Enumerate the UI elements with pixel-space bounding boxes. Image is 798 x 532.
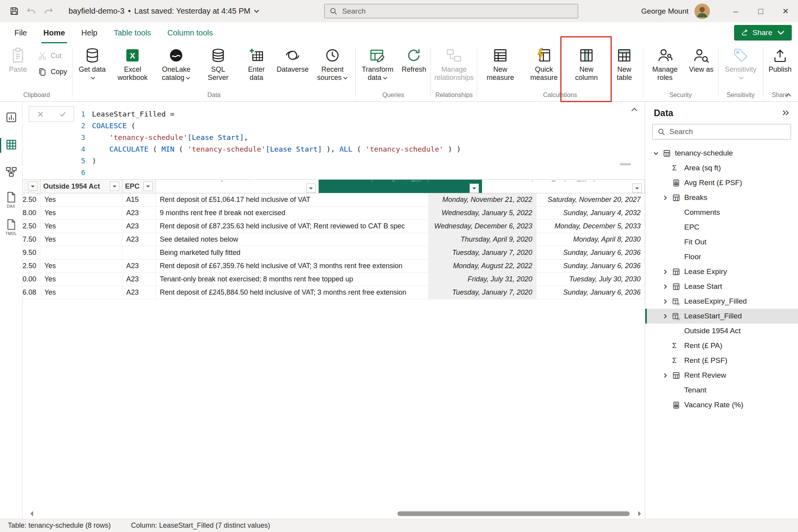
excel-workbook-button[interactable]: XExcel workbook [111, 44, 154, 82]
fields-search-input[interactable] [669, 127, 786, 136]
table-cell[interactable]: A23 [122, 220, 156, 233]
manage-roles-button[interactable]: Manage roles [644, 44, 686, 82]
field-item-rent-pa[interactable]: ΣRent (£ PA) [645, 338, 798, 353]
fields-search[interactable] [652, 124, 791, 140]
table-cell[interactable]: 2.50 [23, 260, 41, 272]
column-header-leasestart-filled[interactable]: LeaseStart_Filled [319, 180, 482, 193]
table-cell[interactable]: 7.50 [23, 233, 41, 246]
field-item-avg-rent-psf[interactable]: Avg Rent (£ PSF) [645, 175, 798, 190]
field-item-comments[interactable]: Comments [645, 205, 798, 220]
sql-server-button[interactable]: SQL Server [198, 44, 238, 82]
commit-formula-button[interactable] [51, 106, 74, 122]
table-cell[interactable]: 2.50 [23, 220, 41, 233]
avatar[interactable] [694, 4, 710, 19]
table-cell[interactable]: Sunday, January 4, 2032 [537, 207, 645, 219]
table-cell[interactable] [122, 246, 156, 259]
save-button[interactable] [5, 3, 23, 20]
table-cell[interactable]: Yes [41, 207, 122, 219]
table-cell[interactable]: 0.00 [23, 273, 41, 286]
refresh-button[interactable]: Refresh [398, 44, 429, 74]
filter-icon[interactable] [470, 184, 479, 193]
dax-formula-editor[interactable]: 1LeaseStart_Filled = 2COALESCE (3 'tenan… [81, 108, 618, 178]
table-cell[interactable]: 2.50 [23, 193, 41, 206]
tab-home[interactable]: Home [35, 22, 73, 43]
field-item-floor[interactable]: Floor [645, 249, 798, 264]
chevron-right-icon[interactable] [662, 373, 672, 378]
get-data-button[interactable]: Get data [74, 44, 111, 82]
table-cell[interactable]: Rent deposit of £87,235.63 held inclusiv… [156, 220, 429, 233]
filter-icon[interactable] [110, 182, 119, 191]
onelake-catalog-button[interactable]: OneLake catalog [154, 44, 198, 82]
column-header-comments[interactable]: Comments [156, 180, 319, 193]
quick-measure-button[interactable]: Quick measure [522, 44, 566, 82]
table-cell[interactable]: Yes [41, 193, 122, 206]
filter-icon[interactable] [306, 184, 316, 193]
table-cell[interactable]: Tuesday, January 7, 2020 [429, 286, 537, 299]
scroll-right-button[interactable] [638, 511, 641, 516]
table-cell[interactable]: Yes [41, 260, 122, 272]
column-header-epc[interactable]: EPC [122, 180, 156, 193]
table-cell[interactable]: Yes [41, 220, 122, 233]
table-cell[interactable]: Sunday, January 6, 2036 [537, 246, 645, 259]
table-cell[interactable]: Being marketed fully fitted [156, 246, 429, 259]
view-rail-report-view[interactable] [0, 109, 23, 127]
table-cell[interactable]: Tenant-only break not exercised; 8 month… [156, 273, 429, 286]
tab-column-tools[interactable]: Column tools [159, 22, 221, 43]
table-cell[interactable]: Monday, December 5, 2033 [537, 220, 645, 233]
table-cell[interactable]: Tuesday, January 7, 2020 [429, 246, 537, 259]
field-item-leaseexpiry-filled[interactable]: fxLeaseExpiry_Filled [645, 294, 798, 309]
transform-data-button[interactable]: Transform data [357, 44, 398, 82]
table-cell[interactable]: A23 [122, 286, 156, 299]
table-cell[interactable]: Sunday, January 6, 2036 [537, 286, 645, 299]
redo-button[interactable] [40, 3, 57, 20]
column-header-leaseexpiry-filled[interactable]: LeaseExpiry_Filled [482, 180, 645, 193]
chevron-right-icon[interactable] [662, 195, 672, 201]
horizontal-scrollbar[interactable] [23, 509, 645, 519]
table-cell[interactable]: Yes [41, 233, 122, 246]
close-button[interactable]: × [773, 0, 798, 22]
table-cell[interactable]: A23 [122, 233, 156, 246]
table-cell[interactable]: Thursday, April 9, 2020 [429, 233, 537, 246]
table-cell[interactable]: Yes [41, 273, 122, 286]
chevron-right-icon[interactable] [662, 269, 672, 275]
table-cell[interactable]: Rent deposit of £51,064.17 held inclusiv… [156, 193, 429, 206]
field-item-rent-psf[interactable]: ΣRent (£ PSF) [645, 353, 798, 368]
table-cell[interactable]: Wednesday, December 6, 2023 [429, 220, 537, 233]
share-button[interactable]: Share [734, 25, 792, 41]
table-cell[interactable]: Monday, April 8, 2030 [537, 233, 645, 246]
table-cell[interactable]: 9 months rent free if break not exercise… [156, 207, 429, 219]
minimize-button[interactable]: – [723, 0, 748, 22]
recent-sources-button[interactable]: Recent sources [311, 44, 354, 82]
tab-table-tools[interactable]: Table tools [106, 22, 159, 43]
table-cell[interactable]: Monday, August 22, 2022 [429, 260, 537, 272]
copy-button[interactable]: Copy [35, 66, 69, 78]
field-item-outside-1954-act[interactable]: Outside 1954 Act [645, 323, 798, 338]
table-cell[interactable]: A23 [122, 207, 156, 219]
scroll-left-button[interactable] [30, 511, 33, 516]
table-cell[interactable]: 8.00 [23, 207, 41, 219]
global-search[interactable] [324, 4, 578, 18]
enter-data-button[interactable]: Enter data [238, 44, 274, 82]
chevron-down-icon[interactable] [653, 150, 663, 156]
field-item-rent-review[interactable]: Rent Review [645, 368, 798, 383]
document-title[interactable]: bayfield-demo-3 • Last saved: Yesterday … [69, 7, 260, 16]
field-item-breaks[interactable]: Breaks [645, 190, 798, 205]
view-rail-tmdl-view[interactable]: TMDL [0, 218, 23, 237]
formula-scrollbar-thumb[interactable] [620, 163, 631, 165]
cancel-formula-button[interactable] [29, 106, 51, 122]
table-cell[interactable]: 9.50 [23, 246, 41, 259]
collapse-formula-bar-button[interactable] [631, 107, 638, 113]
tab-help[interactable]: Help [73, 22, 106, 43]
field-item-lease-start[interactable]: Lease Start [645, 279, 798, 294]
table-cell[interactable] [41, 246, 122, 259]
undo-button[interactable] [23, 3, 40, 20]
search-input[interactable] [342, 7, 573, 16]
column-header-partial[interactable]: ) [23, 180, 41, 193]
scrollbar-thumb[interactable] [397, 511, 630, 516]
table-cell[interactable]: A15 [122, 193, 156, 206]
view-rail-dax-query-view[interactable]: DAX [0, 191, 23, 209]
publish-button[interactable]: Publish [764, 44, 796, 74]
field-item-leasestart-filled[interactable]: fxLeaseStart_Filled [645, 309, 798, 323]
field-item-area-sq-ft[interactable]: ΣArea (sq ft) [645, 161, 798, 175]
table-cell[interactable]: Friday, July 31, 2020 [429, 273, 537, 286]
